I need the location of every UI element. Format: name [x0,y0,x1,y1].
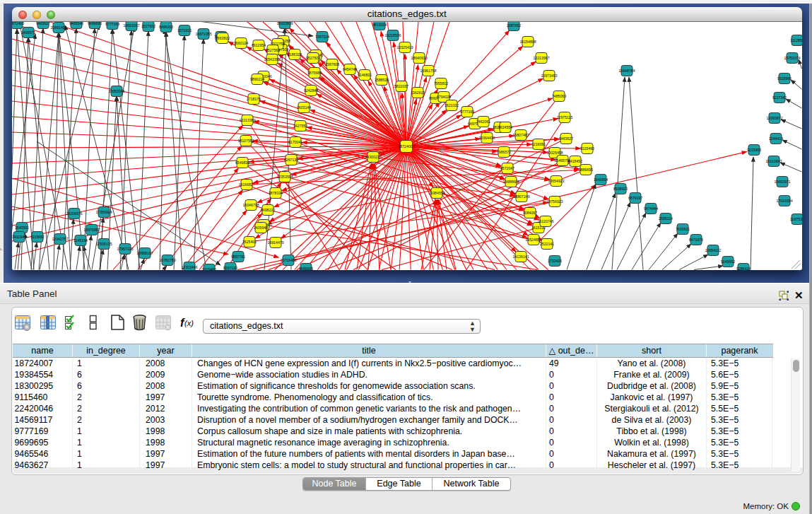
svg-text:15751074: 15751074 [784,56,800,60]
svg-text:2718176: 2718176 [247,97,261,101]
svg-text:9890214: 9890214 [250,77,264,81]
svg-text:3215955: 3215955 [747,148,761,152]
svg-text:12213389: 12213389 [239,118,255,122]
svg-text:1621022: 1621022 [445,103,459,107]
svg-text:16033809: 16033809 [276,22,293,25]
svg-text:8267130: 8267130 [223,266,237,270]
svg-text:8186328: 8186328 [288,52,302,57]
svg-text:16671355: 16671355 [195,32,211,36]
svg-text:15716485: 15716485 [280,258,296,262]
svg-text:9146821: 9146821 [358,73,372,77]
svg-text:12342757: 12342757 [52,237,68,241]
svg-text:18724007: 18724007 [398,144,414,148]
svg-text:3660124: 3660124 [234,41,248,45]
svg-text:(x): (x) [184,319,194,327]
svg-text:3875685: 3875685 [307,71,322,75]
svg-text:10975887: 10975887 [83,228,100,232]
svg-text:7663822: 7663822 [216,36,230,40]
svg-text:19218506: 19218506 [384,33,401,37]
svg-text:20691406: 20691406 [50,25,66,30]
svg-text:10025458: 10025458 [546,151,563,155]
svg-text:16210643: 16210643 [765,159,782,163]
svg-text:1167531: 1167531 [790,217,801,221]
svg-text:19300213: 19300213 [365,155,381,159]
svg-text:1588520: 1588520 [375,78,389,82]
svg-text:12093872: 12093872 [766,116,782,120]
svg-text:20206576: 20206576 [66,211,82,216]
svg-text:9084067: 9084067 [523,211,537,215]
svg-text:16543392: 16543392 [264,57,280,62]
svg-text:7462061: 7462061 [476,119,490,124]
svg-text:9463627: 9463627 [559,136,573,141]
svg-text:13325419: 13325419 [396,45,413,49]
svg-text:20053346: 20053346 [108,89,124,93]
svg-text:9245652: 9245652 [721,259,735,264]
svg-text:7625402: 7625402 [242,240,257,244]
svg-text:18640910: 18640910 [411,56,427,60]
svg-text:2409948: 2409948 [254,226,268,230]
svg-text:16648784: 16648784 [618,69,635,73]
svg-text:16782759: 16782759 [159,258,175,262]
svg-text:1527602: 1527602 [141,24,155,28]
svg-text:1115682: 1115682 [30,235,45,239]
svg-text:1071915: 1071915 [177,28,192,33]
svg-text:8418452: 8418452 [568,159,582,163]
svg-text:1733426: 1733426 [548,259,562,263]
svg-text:16154808: 16154808 [519,40,536,44]
svg-text:10653267: 10653267 [123,23,139,28]
svg-text:8813054: 8813054 [372,23,387,27]
svg-text:16961758: 16961758 [420,69,436,73]
svg-text:9777169: 9777169 [460,110,474,114]
svg-text:10807487: 10807487 [512,133,529,137]
svg-text:9227342: 9227342 [772,95,787,100]
svg-text:7986572: 7986572 [497,150,511,154]
svg-text:7485063: 7485063 [552,94,566,98]
svg-text:6466160: 6466160 [159,25,173,29]
svg-text:1405571: 1405571 [21,30,35,35]
svg-text:10688609: 10688609 [502,180,519,184]
svg-text:7632621: 7632621 [676,227,690,231]
svg-text:9699695: 9699695 [299,267,313,270]
svg-text:14136141: 14136141 [512,255,529,259]
svg-text:3878334: 3878334 [269,191,283,195]
svg-text:8471676: 8471676 [689,238,703,242]
svg-text:9286416: 9286416 [736,267,751,270]
svg-text:5822037: 5822037 [394,84,408,88]
svg-text:9329966: 9329966 [777,76,792,81]
svg-text:1112858: 1112858 [790,38,801,42]
svg-text:6216091: 6216091 [531,142,546,146]
svg-text:20364436: 20364436 [478,136,495,140]
svg-text:12323446: 12323446 [181,265,197,269]
svg-text:10654112: 10654112 [705,248,722,252]
svg-text:9777169: 9777169 [105,22,119,26]
svg-text:9889695: 9889695 [579,168,593,172]
svg-text:10958107: 10958107 [136,251,153,255]
svg-text:13654923: 13654923 [548,179,564,183]
svg-text:19384554: 19384554 [428,191,445,195]
svg-text:9115460: 9115460 [580,146,594,151]
svg-text:8267130: 8267130 [284,158,298,162]
svg-text:9527503: 9527503 [306,56,320,60]
svg-text:17016504: 17016504 [776,199,792,203]
svg-text:1145194: 1145194 [73,238,88,243]
svg-text:15692971: 15692971 [774,180,790,184]
svg-text:9474444: 9474444 [644,206,658,211]
svg-text:6879197: 6879197 [628,196,642,200]
svg-text:6794028: 6794028 [437,95,451,99]
svg-text:8498222: 8498222 [261,208,275,212]
svg-text:3911940: 3911940 [12,235,26,239]
svg-text:12975115: 12975115 [557,115,573,119]
svg-text:18107552: 18107552 [237,139,254,143]
svg-text:3624554: 3624554 [498,125,512,129]
svg-text:2087652: 2087652 [507,23,521,28]
svg-text:9242848: 9242848 [304,88,318,93]
svg-text:1244419: 1244419 [769,136,783,141]
svg-text:19166827: 19166827 [238,182,254,187]
svg-text:9465546: 9465546 [69,22,83,25]
svg-text:19756923: 19756923 [546,199,563,204]
svg-text:12353594: 12353594 [276,175,293,179]
svg-text:17957225: 17957225 [117,247,133,251]
svg-text:8454749: 8454749 [343,67,357,71]
svg-text:3170041: 3170041 [288,140,302,144]
svg-text:1362615: 1362615 [411,90,425,95]
